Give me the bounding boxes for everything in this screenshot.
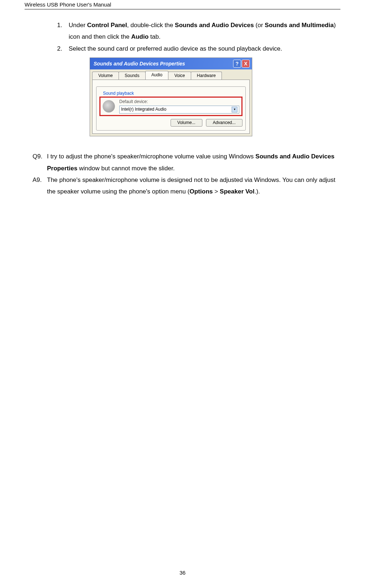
tab-volume[interactable]: Volume [92,72,119,80]
speaker-icon [103,100,115,112]
select-value: Intel(r) Integrated Audio [121,107,166,112]
tab-sounds[interactable]: Sounds [119,72,146,80]
highlight-box: Default device: Intel(r) Integrated Audi… [99,97,242,116]
a-label: A9. [33,174,47,198]
close-icon: X [244,60,247,67]
answer-9: A9. The phone's speaker/microphone volum… [33,174,340,198]
page-number: 36 [0,570,365,576]
step-text: Select the sound card or preferred audio… [69,43,337,55]
group-legend: Sound playback [102,91,135,97]
step-1: 1. Under Control Panel, double-click the… [57,20,337,43]
step-number: 1. [57,20,69,43]
manual-title: Wireless USB Phone User's Manual [25,1,111,8]
dialog-title: Sounds and Audio Devices Properties [94,60,232,67]
tab-panel: Sound playback Default device: Intel(r) … [92,80,250,134]
tab-audio[interactable]: Audio [145,71,169,80]
step-number: 2. [57,43,69,55]
advanced-button[interactable]: Advanced... [206,119,242,127]
volume-button[interactable]: Volume... [171,119,202,127]
a-text: The phone's speaker/microphone volume is… [47,174,340,198]
step-2: 2. Select the sound card or preferred au… [57,43,337,55]
tab-bar: Volume Sounds Audio Voice Hardware [90,69,252,80]
chevron-down-icon: ▾ [232,107,237,112]
question-9: Q9. I try to adjust the phone's speaker/… [33,151,340,174]
default-device-select[interactable]: Intel(r) Integrated Audio ▾ [119,106,239,114]
tab-voice[interactable]: Voice [168,72,191,80]
tab-hardware[interactable]: Hardware [191,72,222,80]
titlebar: Sounds and Audio Devices Properties ? X [90,58,252,69]
q-text: I try to adjust the phone's speaker/micr… [47,151,340,174]
close-button[interactable]: X [242,60,250,68]
step-text: Under Control Panel, double-click the So… [69,20,337,43]
sound-playback-group: Sound playback Default device: Intel(r) … [96,86,246,131]
q-label: Q9. [33,151,47,174]
help-button[interactable]: ? [233,60,241,68]
sounds-dialog: Sounds and Audio Devices Properties ? X … [90,57,252,136]
default-device-label: Default device: [119,99,239,105]
help-icon: ? [236,60,239,67]
